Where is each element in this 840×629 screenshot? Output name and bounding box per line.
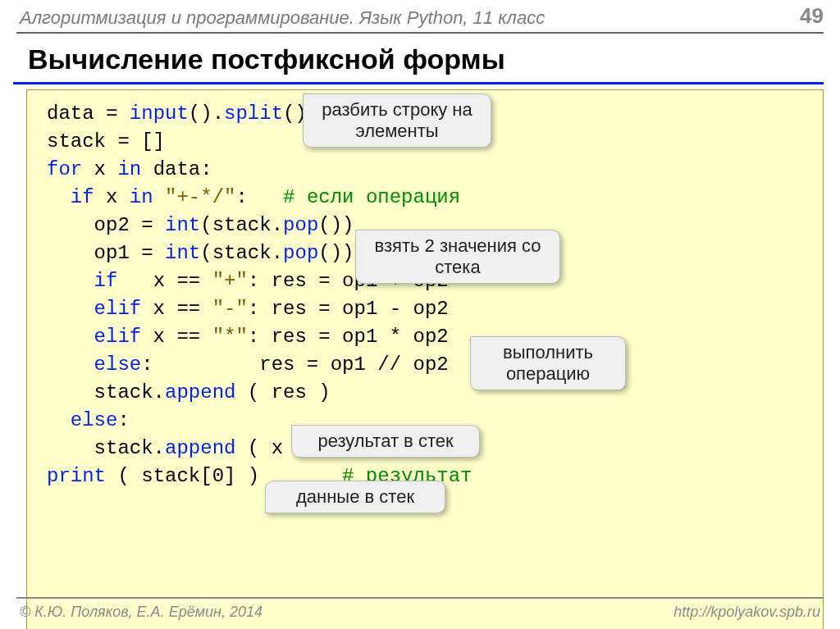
code-text: : res = op1 * op2	[248, 326, 449, 348]
code-text: op1 =	[47, 242, 165, 264]
code-text: data =	[47, 103, 130, 125]
code-kw: in	[117, 158, 141, 180]
code-text: data:	[141, 158, 212, 180]
callout-exec: выполнить операцию	[470, 336, 626, 390]
code-text: (stack.	[200, 214, 283, 236]
callout-result-push: результат в стек	[291, 425, 480, 458]
code-kw: else	[94, 353, 142, 376]
code-text: stack = []	[47, 130, 165, 153]
code-kw: in	[130, 186, 153, 208]
footer-right: http://kpolyakov.spb.ru	[673, 604, 820, 621]
header-course: Алгоритмизация и программирование. Язык …	[20, 7, 545, 29]
footer-left: © К.Ю. Поляков, Е.А. Ерёмин, 2014	[20, 604, 262, 621]
code-kw: else	[71, 409, 118, 431]
code-text: ())	[318, 242, 354, 264]
code-text: stack.	[47, 437, 165, 459]
divider-title	[13, 82, 824, 84]
code-fn: print	[47, 465, 106, 487]
code-text: (stack.	[200, 242, 283, 264]
code-fn: input	[130, 103, 189, 125]
code-str: "+"	[212, 270, 248, 292]
code-text	[153, 186, 165, 208]
code-text	[47, 270, 94, 292]
code-text: op2 =	[47, 214, 165, 236]
code-text: : res = op1 // op2	[141, 353, 448, 376]
code-str: "+-*/"	[165, 186, 235, 208]
callout-data-push: данные в стек	[265, 481, 445, 513]
code-comment: # если операция	[283, 186, 460, 208]
code-fn: int	[165, 214, 200, 236]
callout-split: разбить строку на элементы	[303, 93, 491, 148]
code-fn: pop	[283, 242, 318, 264]
code-text: ( res )	[235, 381, 330, 403]
code-fn: append	[165, 381, 235, 403]
code-kw: elif	[94, 326, 142, 348]
page-number: 49	[800, 3, 824, 29]
code-text	[47, 326, 94, 348]
code-text: ().	[189, 103, 224, 125]
callout-pop: взять 2 значения со стека	[355, 230, 560, 284]
code-text: :	[117, 409, 129, 431]
code-fn: append	[165, 437, 235, 459]
code-text	[47, 353, 94, 376]
code-text: : res = op1 - op2	[248, 298, 449, 320]
code-kw: elif	[94, 298, 142, 320]
code-str: "*"	[212, 326, 248, 348]
code-text: ())	[318, 214, 354, 236]
code-text: x ==	[141, 326, 212, 348]
code-block: data = input().split() stack = [] for x …	[26, 89, 824, 629]
code-text: x	[94, 186, 130, 208]
code-text: x ==	[117, 270, 212, 292]
code-text	[47, 409, 71, 431]
code-kw: if	[71, 186, 94, 208]
code-text: stack.	[47, 381, 165, 403]
code-kw: for	[47, 158, 82, 180]
code-fn: int	[165, 242, 200, 264]
code-text	[47, 298, 94, 320]
code-text: x	[82, 158, 117, 180]
code-text: :	[235, 186, 283, 208]
code-kw: if	[94, 270, 118, 292]
code-str: "-"	[212, 298, 248, 320]
page-title: Вычисление постфиксной формы	[0, 34, 840, 82]
code-fn: split	[224, 103, 283, 125]
code-text: x ==	[141, 298, 212, 320]
code-text	[47, 186, 71, 208]
code-fn: pop	[283, 214, 318, 236]
